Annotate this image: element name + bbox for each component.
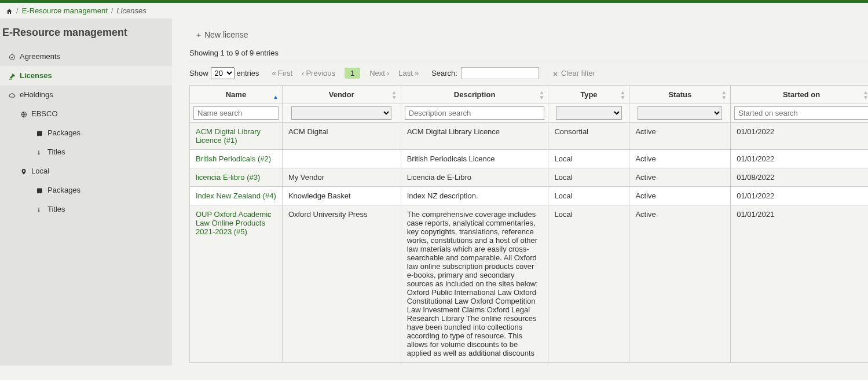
filter-status-select[interactable] bbox=[638, 106, 722, 120]
sidebar-item-label: EBSCO bbox=[31, 109, 58, 118]
home-icon bbox=[6, 6, 13, 15]
showing-entries-text: Showing 1 to 9 of 9 entries bbox=[189, 43, 868, 61]
breadcrumb-home[interactable] bbox=[6, 6, 13, 15]
column-header-status[interactable]: Status ▲▼ bbox=[629, 86, 731, 104]
sidebar-item-titles[interactable]: Titles bbox=[0, 200, 172, 219]
cloud-icon bbox=[8, 90, 16, 99]
cell-desc: Index NZ description. bbox=[401, 187, 548, 205]
breadcrumb: / E-Resource management / Licenses bbox=[0, 3, 868, 19]
cell-vendor: My Vendor bbox=[282, 168, 401, 187]
sidebar-item-licenses[interactable]: Licenses bbox=[0, 66, 172, 85]
breadcrumb-erm[interactable]: E-Resource management bbox=[22, 6, 108, 15]
sidebar-item-label: Titles bbox=[47, 147, 65, 156]
cell-type: Consortial bbox=[548, 123, 629, 150]
breadcrumb-current: Licenses bbox=[116, 6, 146, 15]
cell-type: Local bbox=[548, 168, 629, 187]
cell-desc: ACM Digital Library Licence bbox=[401, 123, 548, 150]
cell-status: Active bbox=[629, 187, 731, 205]
new-license-button[interactable]: New license bbox=[195, 30, 248, 39]
next-page-button[interactable]: Next › bbox=[369, 69, 389, 78]
globe-icon bbox=[20, 109, 28, 118]
column-header-name[interactable]: Name ▲ bbox=[190, 86, 283, 104]
cell-started: 01/08/2022 bbox=[731, 168, 868, 187]
filter-name-input[interactable] bbox=[193, 106, 279, 120]
sort-icon bbox=[36, 205, 44, 213]
column-header-started[interactable]: Started on ▲▼ bbox=[731, 86, 868, 104]
sort-icon: ▲▼ bbox=[863, 90, 868, 100]
column-header-description[interactable]: Description ▲▼ bbox=[401, 86, 548, 104]
column-header-type[interactable]: Type ▲▼ bbox=[548, 86, 629, 104]
cell-desc: The comprehensive coverage includes case… bbox=[401, 205, 548, 363]
table-controls: Show 20 entries « First ‹ Previous 1 Nex… bbox=[189, 61, 868, 85]
check-circle-icon bbox=[8, 52, 16, 61]
current-page[interactable]: 1 bbox=[345, 68, 360, 79]
cell-started: 01/01/2022 bbox=[731, 187, 868, 205]
sort-icon: ▲▼ bbox=[391, 90, 397, 100]
cell-name: licencia E-libro (#3) bbox=[190, 168, 283, 187]
show-label: Show bbox=[189, 69, 208, 78]
sidebar-item-titles[interactable]: Titles bbox=[0, 142, 172, 161]
gavel-icon bbox=[8, 71, 16, 80]
table-row: Index New Zealand (#4)Knowledge BasketIn… bbox=[190, 187, 869, 205]
double-chevron-left-icon: « bbox=[272, 69, 276, 78]
new-license-label: New license bbox=[204, 30, 248, 39]
sidebar-title: E-Resource management bbox=[0, 19, 172, 47]
previous-page-button[interactable]: ‹ Previous bbox=[302, 69, 335, 78]
pagination: « First ‹ Previous 1 Next › Last » bbox=[272, 68, 419, 79]
page-size-select[interactable]: 20 bbox=[211, 67, 235, 79]
cell-status: Active bbox=[629, 150, 731, 168]
sidebar-item-agreements[interactable]: Agreements bbox=[0, 47, 172, 66]
cell-name: ACM Digital Library Licence (#1) bbox=[190, 123, 283, 150]
cell-name: OUP Oxford Academic Law Online Products … bbox=[190, 205, 283, 363]
sidebar-item-packages[interactable]: Packages bbox=[0, 180, 172, 200]
license-name-link[interactable]: ACM Digital Library Licence (#1) bbox=[196, 127, 261, 145]
license-name-link[interactable]: British Periodicals (#2) bbox=[196, 154, 271, 163]
cell-status: Active bbox=[629, 123, 731, 150]
sort-icon bbox=[36, 147, 44, 156]
cell-type: Local bbox=[548, 205, 629, 363]
sidebar-item-ebsco[interactable]: EBSCO bbox=[0, 104, 172, 123]
license-name-link[interactable]: Index New Zealand (#4) bbox=[196, 191, 276, 200]
close-icon bbox=[552, 69, 559, 78]
cell-type: Local bbox=[548, 150, 629, 168]
double-chevron-right-icon: » bbox=[415, 69, 419, 78]
first-page-button[interactable]: « First bbox=[272, 69, 293, 78]
breadcrumb-sep: / bbox=[16, 6, 19, 15]
cell-name: British Periodicals (#2) bbox=[190, 150, 283, 168]
license-name-link[interactable]: OUP Oxford Academic Law Online Products … bbox=[196, 210, 272, 236]
cell-vendor: Knowledge Basket bbox=[282, 187, 401, 205]
sidebar-item-packages[interactable]: Packages bbox=[0, 123, 172, 142]
sidebar-item-label: Packages bbox=[47, 186, 80, 194]
table-row: OUP Oxford Academic Law Online Products … bbox=[190, 205, 869, 363]
filter-vendor-select[interactable] bbox=[291, 106, 391, 120]
sort-icon: ▲▼ bbox=[721, 90, 727, 100]
table-row: ACM Digital Library Licence (#1)ACM Digi… bbox=[190, 123, 869, 150]
search-label: Search: bbox=[431, 69, 457, 78]
cell-name: Index New Zealand (#4) bbox=[190, 187, 283, 205]
sidebar-item-eholdings[interactable]: eHoldings bbox=[0, 85, 172, 104]
pin-icon bbox=[20, 167, 28, 175]
sidebar-item-label: Titles bbox=[47, 205, 65, 213]
entries-label: entries bbox=[237, 69, 259, 78]
search-input[interactable] bbox=[461, 67, 539, 79]
filter-description-input[interactable] bbox=[405, 106, 545, 120]
chevron-right-icon: › bbox=[387, 69, 389, 78]
svg-point-0 bbox=[10, 54, 15, 60]
main-content: New license Showing 1 to 9 of 9 entries … bbox=[172, 19, 868, 371]
license-name-link[interactable]: licencia E-libro (#3) bbox=[196, 173, 260, 182]
last-page-button[interactable]: Last » bbox=[398, 69, 419, 78]
table-row: British Periodicals (#2)British Periodic… bbox=[190, 150, 869, 168]
filter-type-select[interactable] bbox=[556, 106, 622, 120]
clear-filter-button[interactable]: Clear filter bbox=[552, 69, 595, 78]
sort-icon: ▲▼ bbox=[539, 90, 545, 100]
sidebar-item-local[interactable]: Local bbox=[0, 161, 172, 180]
cell-status: Active bbox=[629, 205, 731, 363]
cell-started: 01/01/2021 bbox=[731, 205, 868, 363]
cell-vendor: ACM Digital bbox=[282, 123, 401, 150]
breadcrumb-sep: / bbox=[111, 6, 113, 15]
cell-started: 01/01/2022 bbox=[731, 123, 868, 150]
book-icon bbox=[36, 128, 44, 137]
filter-started-input[interactable] bbox=[734, 106, 868, 120]
column-header-vendor[interactable]: Vendor ▲▼ bbox=[282, 86, 401, 104]
cell-started: 01/01/2022 bbox=[731, 150, 868, 168]
